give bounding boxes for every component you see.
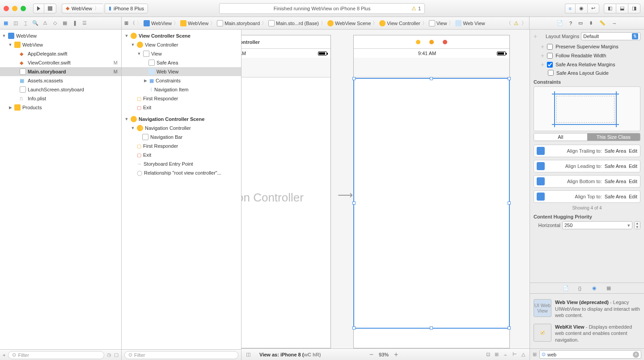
jump-back-icon[interactable]: 〈 [506, 20, 511, 26]
minimize-window-button[interactable] [12, 6, 17, 11]
scheme-selector[interactable]: ◆ WebView 〉 ▮ iPhone 8 Plus [62, 4, 148, 13]
constraints-row[interactable]: ▶▦Constraints [122, 76, 241, 85]
library-item-wkwebview[interactable]: 🧭 WebKit View - Displays embedded web co… [533, 321, 641, 346]
add-variation-icon[interactable]: + [534, 33, 537, 40]
resolve-icon[interactable]: △ [521, 351, 525, 357]
version-editor-button[interactable]: ↩ [587, 4, 599, 13]
scene-header[interactable]: ▼Navigation Controller Scene [122, 115, 241, 124]
zoom-window-button[interactable] [21, 6, 26, 11]
webview-row-selected[interactable]: Web View [122, 67, 241, 76]
layout-margins-select[interactable]: Default⇅ [581, 32, 640, 40]
edit-button[interactable]: Edit [629, 148, 637, 154]
first-responder-row[interactable]: ▢First Responder [122, 94, 241, 103]
outline-filter[interactable]: ⊙Filter [124, 351, 238, 359]
issue-navigator-icon[interactable]: ⚠ [42, 20, 48, 26]
breakpoint-navigator-icon[interactable]: ❚ [72, 20, 78, 26]
symbol-navigator-icon[interactable]: ⌶ [22, 20, 29, 26]
update-frames-icon[interactable]: ⊡ [486, 351, 490, 357]
nav-item-row[interactable]: 〈Navigation Item [122, 85, 241, 94]
stop-button[interactable] [44, 4, 56, 13]
selection-rectangle[interactable] [353, 78, 510, 329]
constraint-diagram[interactable] [534, 86, 640, 131]
constraint-leading[interactable]: Align Leading to:Safe AreaEdit [534, 160, 640, 172]
constraint-trailing[interactable]: Align Trailing to:Safe AreaEdit [534, 145, 640, 157]
standard-editor-button[interactable]: ≡ [565, 4, 575, 13]
file-inspector-icon[interactable]: 📄 [557, 20, 563, 26]
toggle-outline-icon[interactable]: ◫ [246, 351, 250, 357]
horizontal-hugging-stepper[interactable]: ▴▾ [634, 221, 640, 229]
file-template-library-icon[interactable]: 📄 [562, 285, 569, 292]
zoom-in-button[interactable]: + [394, 351, 398, 359]
breadcrumb[interactable]: WebView〉 WebView〉 Main.storyboard〉 Main.… [144, 20, 485, 26]
add-variation-icon[interactable]: + [541, 61, 544, 68]
view-row[interactable]: ▼View [122, 49, 241, 58]
attributes-inspector-icon[interactable]: ⇟ [589, 20, 593, 26]
scene-header[interactable]: ▼View Controller Scene [122, 31, 241, 40]
exit-icon[interactable] [443, 40, 447, 44]
zoom-out-button[interactable]: − [369, 351, 373, 359]
back-button[interactable]: 〈 [130, 20, 135, 26]
group-folder[interactable]: ▼WebView [0, 40, 121, 49]
safe-area-relative-checkbox[interactable] [547, 62, 553, 68]
relationship-row[interactable]: ◯Relationship "root view controller"... [122, 168, 241, 177]
clear-search-button[interactable]: × [633, 351, 639, 358]
related-items-icon[interactable]: ⊞ [124, 20, 128, 26]
connections-inspector-icon[interactable]: → [612, 21, 617, 26]
safe-area-row[interactable]: Safe Area [122, 58, 241, 67]
file-row-selected[interactable]: Main.storyboardM [0, 67, 121, 76]
toggle-debug-button[interactable]: ⬓ [616, 4, 628, 13]
embed-icon[interactable]: ⊞ [495, 351, 499, 357]
edit-button[interactable]: Edit [629, 194, 637, 199]
seg-all[interactable]: All [534, 133, 587, 141]
object-library-icon[interactable]: ◉ [591, 285, 598, 292]
first-responder-icon[interactable] [429, 40, 434, 44]
align-icon[interactable]: ⫠ [503, 351, 508, 357]
test-navigator-icon[interactable]: ◇ [52, 20, 58, 26]
add-button[interactable]: + [3, 352, 5, 358]
edit-button[interactable]: Edit [629, 163, 637, 169]
report-navigator-icon[interactable]: ☰ [81, 20, 88, 26]
size-class-segmented[interactable]: All This Size Class [534, 133, 640, 141]
pin-icon[interactable]: ⊢ [513, 351, 517, 357]
nav-bar-row[interactable]: Navigation Bar [122, 133, 241, 141]
storyboard-canvas[interactable]: ation Controller 9:41 AM on Controller ⟶… [242, 30, 530, 360]
edit-button[interactable]: Edit [629, 179, 637, 184]
toggle-navigator-button[interactable]: ◧ [604, 4, 616, 13]
first-responder-row[interactable]: ▢First Responder [122, 141, 241, 150]
debug-navigator-icon[interactable]: ▦ [62, 20, 68, 26]
library-item-webview[interactable]: UI Web View Web View (deprecated) - Lega… [533, 296, 641, 321]
library-view-mode-icon[interactable]: ⊞ [533, 351, 537, 357]
toggle-inspector-button[interactable]: ◨ [628, 4, 640, 13]
library-search[interactable]: ⊙ web × [539, 350, 641, 359]
file-row[interactable]: ◆ViewController.swiftM [0, 58, 121, 67]
readable-width-checkbox[interactable] [547, 53, 553, 59]
view-controller-icon[interactable] [416, 40, 420, 44]
view-as-label[interactable]: View as: iPhone 8 (wC hR) [259, 352, 321, 357]
file-row[interactable]: ⎍Info.plist [0, 94, 121, 103]
jump-forward-icon[interactable]: 〉 [521, 20, 526, 26]
navigator-filter[interactable]: ⊙Filter [8, 351, 104, 359]
media-library-icon[interactable]: ▦ [605, 285, 612, 292]
recent-filter-icon[interactable]: ◷ [107, 352, 111, 358]
constraint-bottom[interactable]: Align Bottom to:Safe AreaEdit [534, 175, 640, 188]
add-variation-icon[interactable]: + [541, 52, 544, 59]
scene-dock[interactable] [354, 35, 509, 49]
scm-filter-icon[interactable]: ▢ [114, 352, 119, 358]
view-controller-row[interactable]: ▼View Controller [122, 40, 241, 49]
assistant-editor-button[interactable]: ◉ [575, 4, 587, 13]
file-row[interactable]: LaunchScreen.storyboard [0, 85, 121, 94]
activity-viewer[interactable]: Finished running WebView on iPhone 8 Plu… [219, 3, 425, 14]
source-control-navigator-icon[interactable]: ◫ [13, 20, 19, 26]
forward-button[interactable]: 〉 [137, 20, 142, 26]
exit-row[interactable]: ▢Exit [122, 103, 241, 112]
products-folder[interactable]: ▶Products [0, 103, 121, 112]
file-row[interactable]: ◆AppDelegate.swift [0, 49, 121, 58]
run-button[interactable] [33, 4, 44, 13]
project-root[interactable]: ▼WebView [0, 31, 121, 40]
file-row[interactable]: ▦Assets.xcassets [0, 76, 121, 85]
size-inspector-icon[interactable]: 📏 [599, 20, 606, 26]
zoom-level[interactable]: 93% [379, 352, 389, 357]
jump-warning-icon[interactable] [514, 20, 519, 26]
horizontal-hugging-input[interactable]: 250▾ [562, 221, 632, 229]
exit-row[interactable]: ▢Exit [122, 150, 241, 159]
